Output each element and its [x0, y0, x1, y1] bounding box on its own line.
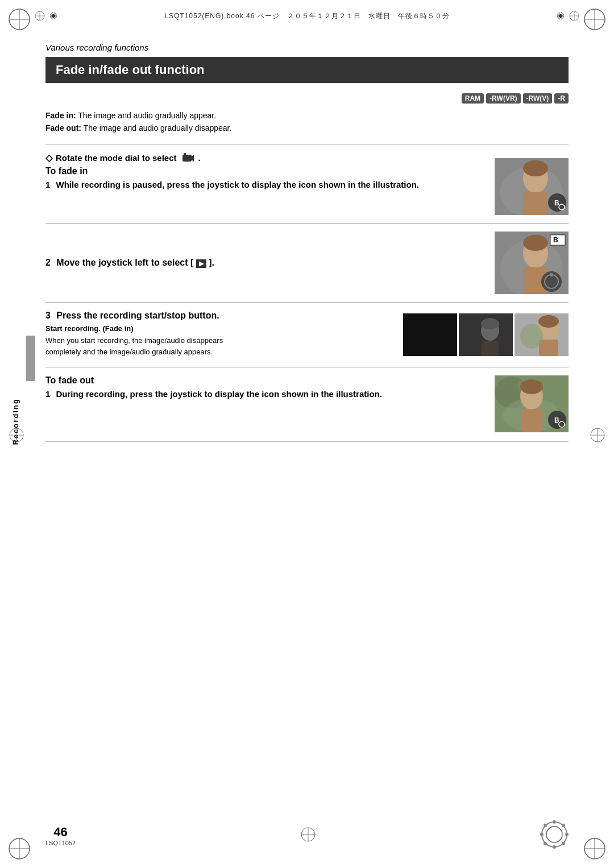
- fade-frame-3: [515, 313, 569, 356]
- fade-out-image: B: [495, 375, 569, 432]
- divider-5: [45, 441, 569, 442]
- step2-image-svg: B: [495, 232, 569, 294]
- page-number: 46: [53, 825, 67, 840]
- step1-image: B: [495, 158, 569, 215]
- step2-text-container: 2 Move the joystick left to select [ ▶ ]…: [45, 258, 483, 268]
- fade-frame-3-svg: [515, 313, 569, 356]
- header-crosshair-right: [569, 10, 580, 22]
- svg-rect-24: [184, 153, 186, 155]
- fade-frame-1-svg: [403, 313, 457, 356]
- divider-1: [45, 144, 569, 144]
- footer-crosshair: [300, 826, 317, 843]
- divider-4: [45, 367, 569, 367]
- svg-point-77: [565, 833, 569, 836]
- step3-sub-bold: Start recording. (Fade in): [45, 324, 392, 333]
- step1-section: ◇ Rotate the mode dial to select . To fa…: [45, 152, 569, 215]
- fade-frame-2-svg: [459, 313, 513, 356]
- fade-in-desc: Fade in: The image and audio gradually a…: [45, 109, 569, 122]
- svg-text:B: B: [553, 236, 558, 244]
- footer-gear-icon: [540, 820, 569, 849]
- page-number-block: 46 LSQT1052: [45, 825, 76, 846]
- fade-descriptions: Fade in: The image and audio gradually a…: [45, 109, 569, 135]
- svg-point-36: [523, 235, 548, 251]
- header-bar: LSQT1052(ENG).book 46 ページ ２０５年１２月２１日 水曜日…: [34, 10, 580, 22]
- fade-out-section: To fade out 1 During recording, press th…: [45, 375, 569, 432]
- svg-rect-29: [523, 192, 548, 215]
- mid-crosshair-left: [8, 427, 25, 446]
- footer-center: [300, 826, 317, 845]
- svg-marker-23: [192, 155, 194, 162]
- svg-point-50: [538, 315, 559, 328]
- svg-point-58: [520, 379, 543, 394]
- svg-rect-51: [539, 340, 558, 356]
- badge-rwv: -RW(V): [523, 93, 553, 104]
- camera-mode-icon: [181, 152, 195, 164]
- header-crosshair-left: [34, 10, 45, 22]
- section-subtitle: Various recording functions: [45, 43, 569, 52]
- header-text: LSQT1052(ENG).book 46 ページ ２０５年１２月２１日 水曜日…: [57, 11, 557, 21]
- svg-rect-18: [558, 14, 563, 18]
- step-fade-out-text: During recording, press the joystick to …: [56, 389, 382, 399]
- step2-bracket-close: ].: [209, 258, 214, 267]
- fade-out-desc: Fade out: The image and audio gradually …: [45, 122, 569, 134]
- svg-point-46: [481, 318, 499, 329]
- badge-rwvr: -RW(VR): [486, 93, 520, 104]
- page: LSQT1052(ENG).book 46 ページ ２０５年１２月２１日 水曜日…: [0, 0, 614, 868]
- corner-mark-bl: [7, 836, 32, 861]
- svg-point-42: [550, 273, 553, 276]
- header-diamond-right: [557, 13, 564, 19]
- svg-point-78: [544, 824, 547, 827]
- diamond-icon: ◇: [45, 152, 52, 163]
- step1-image-svg: B: [495, 158, 569, 215]
- svg-rect-43: [403, 313, 457, 356]
- divider-3: [45, 302, 569, 303]
- step3-row: 3 Press the recording start/stop button.…: [45, 311, 569, 358]
- svg-rect-47: [482, 341, 499, 356]
- step2-full-text: 2 Move the joystick left to select [ ▶ ]…: [45, 258, 483, 268]
- footer-right-decoration: [540, 820, 569, 851]
- to-fade-in-label: To fade in: [45, 166, 483, 176]
- step1-body: While recording is paused, press the joy…: [56, 180, 419, 189]
- content-area: Various recording functions Fade in/fade…: [45, 43, 569, 811]
- fade-frame-1: [403, 313, 457, 356]
- step3-text-container: 3 Press the recording start/stop button.…: [45, 311, 392, 358]
- divider-2: [45, 223, 569, 224]
- corner-mark-br: [582, 836, 607, 861]
- svg-point-73: [546, 826, 562, 842]
- step3-section: 3 Press the recording start/stop button.…: [45, 311, 569, 358]
- page-code: LSQT1052: [45, 840, 76, 846]
- main-title: Fade in/fade out function: [45, 57, 569, 83]
- step3-body: When you start recording, the image/audi…: [45, 335, 239, 358]
- mid-crosshair-right: [589, 427, 606, 446]
- svg-point-79: [562, 842, 565, 845]
- svg-point-75: [553, 845, 556, 849]
- svg-point-80: [544, 842, 547, 845]
- step2-section: 2 Move the joystick left to select [ ▶ ]…: [45, 232, 569, 294]
- svg-point-28: [523, 160, 548, 176]
- step2-image: B: [495, 232, 569, 294]
- page-footer: 46 LSQT1052: [45, 820, 569, 851]
- fade-out-image-svg: B: [495, 375, 569, 432]
- step3-main-text: Press the recording start/stop button.: [56, 311, 219, 320]
- step1-text: 1 While recording is paused, press the j…: [45, 180, 483, 189]
- svg-point-52: [520, 324, 543, 349]
- svg-point-81: [562, 824, 565, 827]
- corner-mark-tr: [582, 7, 607, 32]
- fade-out-text: To fade out 1 During recording, press th…: [45, 375, 483, 399]
- step-fade-out-1: 1 During recording, press the joystick t…: [45, 389, 483, 399]
- svg-rect-22: [182, 155, 192, 162]
- step3-fade-images: [403, 313, 569, 356]
- step2-number: 2: [45, 258, 51, 267]
- step3-heading: 3 Press the recording start/stop button.: [45, 311, 392, 321]
- badge-r: -R: [554, 93, 569, 104]
- to-fade-out-label: To fade out: [45, 375, 483, 386]
- step2-text: Move the joystick left to select [: [56, 258, 193, 267]
- step1-number: 1: [45, 180, 50, 189]
- svg-point-74: [553, 820, 556, 824]
- joystick-icon: ▶: [196, 259, 206, 268]
- badge-ram: RAM: [462, 93, 484, 104]
- sidebar-grey-bar: [26, 336, 35, 381]
- step-fade-out-number: 1: [45, 389, 50, 399]
- corner-mark-tl: [7, 7, 32, 32]
- svg-rect-16: [51, 14, 56, 18]
